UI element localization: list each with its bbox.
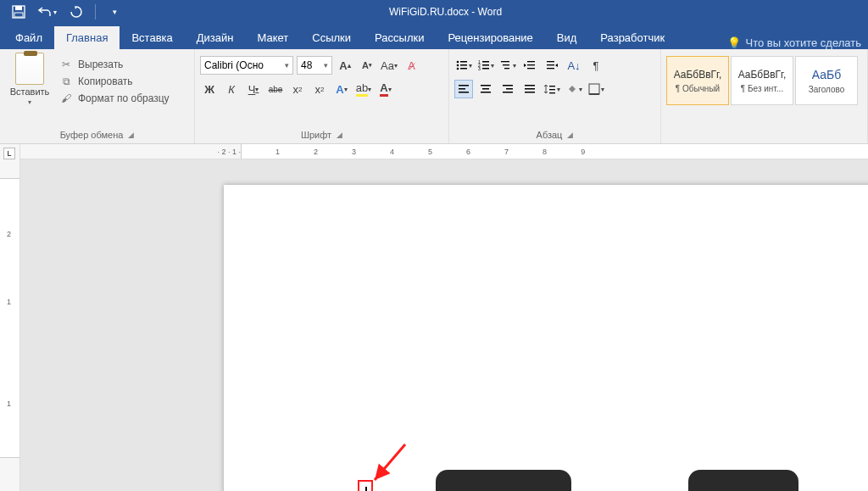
group-label: Буфер обмена	[60, 130, 124, 140]
svg-rect-32	[503, 92, 513, 93]
brush-icon: 🖌	[59, 92, 73, 105]
page	[224, 185, 868, 491]
svg-rect-14	[482, 68, 489, 70]
change-case-button[interactable]: Aa▾	[380, 56, 398, 75]
line-spacing-button[interactable]: ▾	[542, 80, 561, 98]
svg-rect-6	[460, 64, 467, 66]
font-color-button[interactable]: A▾	[376, 80, 395, 98]
ribbon-tabs: Файл Главная Вставка Дизайн Макет Ссылки…	[0, 24, 868, 49]
horizontal-ruler[interactable]: · 2 · 1 · 123456789	[20, 144, 868, 159]
ribbon: Вставить ▾ ✂Вырезать ⧉Копировать 🖌Формат…	[0, 49, 868, 144]
svg-rect-39	[589, 84, 599, 94]
workspace: L 2 1 1 · 2 · 1 · 123456789 Ctrl + F9	[0, 144, 868, 491]
svg-rect-22	[547, 64, 554, 65]
arrow-annotation	[371, 439, 422, 491]
svg-point-3	[457, 61, 459, 64]
svg-rect-31	[506, 88, 513, 90]
borders-button[interactable]: ▾	[587, 80, 605, 98]
cut-button[interactable]: ✂Вырезать	[59, 58, 170, 71]
align-right-button[interactable]	[498, 80, 517, 98]
italic-button[interactable]: К	[222, 80, 241, 98]
style-no-spacing[interactable]: АаБбВвГг, ¶ Без инт...	[731, 56, 793, 105]
group-paragraph: ▾ 123▾ ▾ A↓ ¶ ▾ ▾ ▾ А	[449, 49, 661, 143]
paste-button[interactable]: Вставить ▾	[5, 53, 54, 106]
superscript-button[interactable]: x2	[310, 80, 329, 98]
group-clipboard: Вставить ▾ ✂Вырезать ⧉Копировать 🖌Формат…	[0, 49, 195, 143]
svg-rect-8	[460, 68, 467, 70]
qat-customize-icon[interactable]: ▾	[104, 2, 125, 22]
group-label: Абзац	[537, 130, 563, 140]
group-font: Calibri (Осно▾ 48▾ A▴ A▾ Aa▾ A̷ Ж К Ч▾ a…	[195, 49, 449, 143]
svg-rect-28	[482, 88, 489, 90]
strikethrough-button[interactable]: abe	[266, 80, 285, 98]
group-label: Шрифт	[301, 130, 331, 140]
document-canvas[interactable]: Ctrl + F9	[20, 159, 868, 491]
svg-rect-25	[459, 88, 465, 90]
bullets-button[interactable]: ▾	[454, 56, 473, 75]
redo-icon[interactable]	[66, 2, 86, 22]
tab-view[interactable]: Вид	[545, 26, 589, 49]
show-marks-button[interactable]: ¶	[587, 56, 605, 75]
svg-rect-10	[482, 61, 489, 63]
dialog-launcher-icon[interactable]: ◢	[337, 131, 342, 139]
sort-button[interactable]: A↓	[565, 56, 583, 75]
grow-font-button[interactable]: A▴	[336, 56, 354, 75]
svg-point-7	[457, 68, 459, 70]
svg-line-41	[375, 444, 405, 480]
tab-developer[interactable]: Разработчик	[588, 26, 676, 49]
tab-mailings[interactable]: Рассылки	[363, 26, 436, 49]
group-styles: АаБбВвГг, ¶ Обычный АаБбВвГг, ¶ Без инт.…	[661, 49, 868, 143]
tab-layout[interactable]: Макет	[245, 26, 300, 49]
shading-button[interactable]: ▾	[565, 80, 583, 98]
dialog-launcher-icon[interactable]: ◢	[567, 131, 573, 139]
text-effects-button[interactable]: A▾	[332, 80, 351, 98]
clear-formatting-button[interactable]: A̷	[402, 56, 420, 75]
tab-references[interactable]: Ссылки	[300, 26, 363, 49]
align-center-button[interactable]	[476, 80, 495, 98]
underline-button[interactable]: Ч▾	[244, 80, 263, 98]
format-painter-button[interactable]: 🖌Формат по образцу	[59, 92, 170, 105]
align-left-button[interactable]	[454, 80, 473, 98]
tell-me-label: Что вы хотите сделать	[746, 36, 861, 49]
highlight-button[interactable]: ab▾	[354, 80, 373, 98]
svg-point-5	[457, 64, 459, 67]
tab-review[interactable]: Рецензирование	[436, 26, 544, 49]
paste-label: Вставить	[10, 86, 50, 97]
dialog-launcher-icon[interactable]: ◢	[128, 131, 134, 139]
tab-home[interactable]: Главная	[54, 26, 120, 49]
lightbulb-icon: 💡	[727, 36, 741, 49]
text-caret	[365, 487, 367, 491]
decrease-indent-button[interactable]	[520, 56, 539, 75]
save-icon[interactable]	[8, 2, 29, 22]
tell-me[interactable]: 💡 Что вы хотите сделать	[727, 36, 868, 49]
copy-button[interactable]: ⧉Копировать	[59, 75, 170, 88]
tab-design[interactable]: Дизайн	[185, 26, 246, 49]
font-name-select[interactable]: Calibri (Осно▾	[200, 56, 293, 75]
svg-rect-19	[527, 64, 535, 65]
style-normal[interactable]: АаБбВвГг, ¶ Обычный	[666, 56, 729, 105]
svg-rect-27	[481, 85, 491, 86]
font-size-select[interactable]: 48▾	[297, 56, 332, 75]
svg-rect-16	[503, 64, 509, 65]
tab-insert[interactable]: Вставка	[120, 26, 184, 49]
svg-rect-29	[481, 92, 491, 93]
ruler-negative: · 2 · 1 ·	[207, 144, 241, 159]
increase-indent-button[interactable]	[542, 56, 561, 75]
svg-rect-18	[527, 61, 535, 62]
justify-button[interactable]	[520, 80, 539, 98]
svg-text:3: 3	[478, 66, 481, 71]
subscript-button[interactable]: x2	[288, 80, 307, 98]
tab-file[interactable]: Файл	[3, 26, 54, 49]
svg-rect-15	[501, 61, 509, 62]
style-heading[interactable]: АаБб Заголово	[795, 56, 858, 105]
shrink-font-button[interactable]: A▾	[358, 56, 376, 75]
svg-rect-21	[547, 61, 554, 62]
vertical-ruler[interactable]: L 2 1 1	[0, 144, 20, 491]
svg-rect-24	[459, 85, 469, 86]
bold-button[interactable]: Ж	[200, 80, 219, 98]
tab-selector[interactable]: L	[3, 148, 15, 159]
multilevel-list-button[interactable]: ▾	[498, 56, 517, 75]
undo-icon[interactable]: ▾	[37, 2, 58, 22]
svg-rect-12	[482, 64, 489, 66]
numbering-button[interactable]: 123▾	[476, 56, 495, 75]
